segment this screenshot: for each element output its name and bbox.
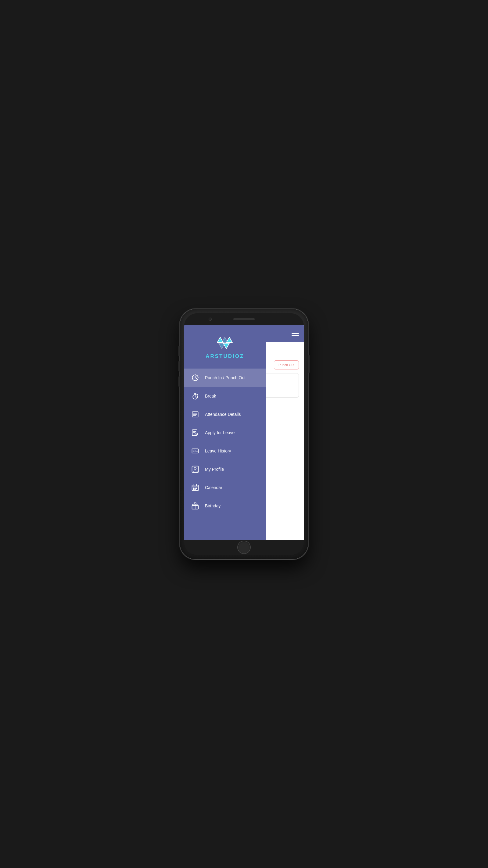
- stopwatch-icon: [190, 391, 200, 401]
- card-icon: [190, 446, 200, 456]
- phone-top-bar: [184, 313, 304, 325]
- clock-icon: [190, 373, 200, 382]
- phone-screen: Punch Out: [184, 325, 304, 540]
- sidebar-item-birthday[interactable]: Birthday: [184, 497, 266, 515]
- hamburger-line-3: [292, 335, 299, 336]
- svg-rect-37: [196, 488, 197, 489]
- sidebar-item-calendar[interactable]: Calendar: [184, 478, 266, 497]
- sidebar-item-label-my-profile: My Profile: [205, 467, 224, 472]
- svg-point-26: [193, 450, 195, 452]
- phone-frame: Punch Out: [180, 309, 308, 559]
- sidebar-item-label-attendance: Attendance Details: [205, 412, 241, 417]
- phone-camera: [208, 318, 212, 321]
- phone-bottom-bar: [184, 540, 304, 555]
- sidebar-item-attendance[interactable]: Attendance Details: [184, 405, 266, 424]
- svg-rect-35: [193, 488, 194, 489]
- sidebar-item-label-punch-in-out: Punch In / Punch Out: [205, 375, 246, 380]
- person-icon: [190, 464, 200, 474]
- sidebar-item-break[interactable]: Break: [184, 387, 266, 405]
- svg-rect-36: [195, 488, 196, 489]
- hamburger-button[interactable]: [292, 331, 299, 336]
- hamburger-line-2: [292, 333, 299, 334]
- sidebar-item-label-birthday: Birthday: [205, 503, 221, 508]
- home-button[interactable]: [237, 540, 251, 554]
- gift-icon: [190, 501, 200, 511]
- sidebar-item-label-apply-leave: Apply for Leave: [205, 430, 234, 435]
- brand-logo-icon: [213, 334, 237, 351]
- brand-name: ARSTUDIOZ: [205, 353, 244, 360]
- svg-line-8: [195, 378, 196, 379]
- sidebar-nav: Punch In / Punch Out: [184, 366, 266, 540]
- svg-marker-2: [226, 337, 232, 343]
- form-icon: [190, 428, 200, 437]
- sidebar-item-leave-history[interactable]: Leave History: [184, 442, 266, 460]
- sidebar-item-apply-leave[interactable]: Apply for Leave: [184, 424, 266, 442]
- svg-rect-39: [195, 489, 196, 490]
- sidebar-item-label-calendar: Calendar: [205, 485, 222, 490]
- logo-area: ARSTUDIOZ: [184, 325, 266, 366]
- svg-marker-4: [223, 343, 229, 349]
- calendar-icon: [190, 483, 200, 492]
- sidebar-item-punch-in-out[interactable]: Punch In / Punch Out: [184, 369, 266, 387]
- svg-point-30: [194, 467, 196, 469]
- sidebar-item-label-leave-history: Leave History: [205, 448, 231, 453]
- svg-line-13: [195, 397, 196, 397]
- phone-speaker: [233, 318, 255, 320]
- sidebar-drawer: ARSTUDIOZ Pun: [184, 325, 266, 540]
- sidebar-item-label-break: Break: [205, 394, 216, 399]
- sidebar-item-my-profile[interactable]: My Profile: [184, 460, 266, 478]
- hamburger-line-1: [292, 331, 299, 332]
- list-icon: [190, 409, 200, 419]
- svg-rect-38: [193, 489, 194, 490]
- punch-out-button[interactable]: Punch Out: [274, 360, 299, 369]
- phone-inner: Punch Out: [184, 313, 304, 555]
- svg-line-14: [197, 394, 198, 395]
